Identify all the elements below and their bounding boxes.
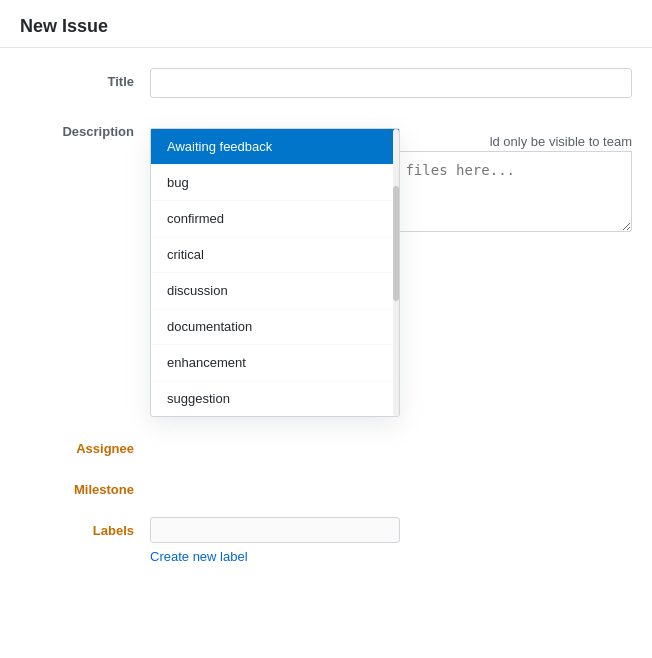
labels-label: Labels	[20, 517, 150, 538]
dropdown-item-awaiting-feedback[interactable]: Awaiting feedback	[151, 129, 399, 165]
dropdown-item-discussion[interactable]: discussion	[151, 273, 399, 309]
milestone-group: Milestone	[20, 476, 632, 497]
description-area: Write Preview Awaiting feedbackbugconfir…	[150, 118, 632, 235]
dropdown-item-critical[interactable]: critical	[151, 237, 399, 273]
assignee-group: Assignee	[20, 435, 632, 456]
title-label: Title	[20, 68, 150, 89]
milestone-label: Milestone	[20, 476, 150, 497]
labels-content: Create new label	[150, 517, 400, 564]
assignee-value	[150, 435, 632, 441]
dropdown-item-enhancement[interactable]: enhancement	[151, 345, 399, 381]
page-title: New Issue	[20, 16, 632, 37]
labels-dropdown: Awaiting feedbackbugconfirmedcriticaldis…	[150, 128, 400, 417]
dropdown-item-documentation[interactable]: documentation	[151, 309, 399, 345]
scrollbar-thumb	[393, 186, 399, 301]
create-new-label-link[interactable]: Create new label	[150, 549, 400, 564]
title-group: Title	[20, 68, 632, 98]
dropdown-item-confirmed[interactable]: confirmed	[151, 201, 399, 237]
milestone-value	[150, 476, 632, 482]
dropdown-items-container: Awaiting feedbackbugconfirmedcriticaldis…	[151, 129, 399, 416]
labels-group: Labels Create new label	[20, 517, 632, 564]
description-group: Description Write Preview Awaiting feedb…	[20, 118, 632, 235]
dropdown-item-bug[interactable]: bug	[151, 165, 399, 201]
assignee-label: Assignee	[20, 435, 150, 456]
description-label: Description	[20, 118, 150, 139]
labels-input[interactable]	[150, 517, 400, 543]
dropdown-list: Awaiting feedbackbugconfirmedcriticaldis…	[150, 128, 400, 417]
scrollbar-track	[393, 129, 399, 416]
title-input[interactable]	[150, 68, 632, 98]
dropdown-item-suggestion[interactable]: suggestion	[151, 381, 399, 416]
page-header: New Issue	[0, 0, 652, 48]
form-container: Title Description Write Preview Awaiting…	[0, 68, 652, 564]
